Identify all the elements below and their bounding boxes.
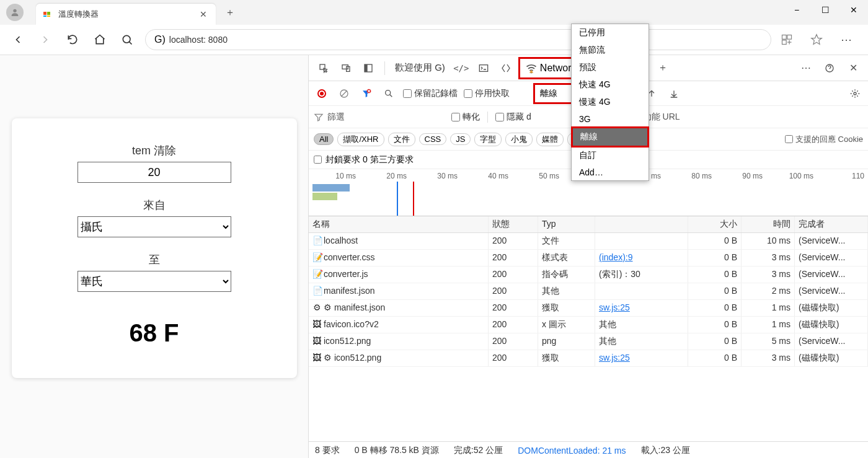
block-requests-checkbox[interactable] [314, 156, 322, 164]
from-label: 來自 [49, 198, 260, 213]
svg-rect-14 [479, 64, 487, 71]
search-button[interactable] [115, 28, 139, 51]
type-chip-CSS[interactable]: CSS [419, 133, 447, 145]
type-chip-All[interactable]: All [314, 133, 334, 145]
type-chip-字型[interactable]: 字型 [474, 133, 502, 146]
status-finish: 完成:52 公厘 [454, 445, 503, 456]
col-head-time[interactable]: 時間 [742, 216, 795, 232]
col-head-waterfall[interactable]: 完成者 [795, 216, 868, 232]
svg-point-0 [13, 9, 16, 12]
request-row[interactable]: 🖼favicon.ico?v2200x 圖示其他0 B1 ms(磁碟快取) [309, 317, 868, 333]
record-button[interactable] [314, 86, 330, 102]
svg-rect-1 [43, 12, 46, 15]
request-row[interactable]: 📝converter.css200樣式表(index):90 B3 ms(Ser… [309, 250, 868, 266]
network-status-bar: 8 要求 0 B 轉移 78.5 kB 資源 完成:52 公厘 DOMConte… [309, 441, 868, 458]
col-head-type[interactable]: Typ [538, 216, 595, 232]
throttle-option-已停用[interactable]: 已停用 [572, 24, 649, 42]
col-head-initiator[interactable] [595, 216, 688, 232]
tem-label: tem 清除 [49, 143, 260, 158]
devtools-more-icon[interactable]: ⋯ [796, 58, 816, 78]
device-toggle-icon[interactable] [336, 58, 356, 78]
profile-avatar[interactable] [6, 4, 24, 21]
request-row[interactable]: ⚙⚙ manifest.json200獲取sw.js:250 B1 ms(磁碟快… [309, 300, 868, 317]
request-table: 名稱 狀態 Typ 大小 時間 完成者 📄localhost200文件0 B10… [309, 216, 868, 441]
clear-button[interactable] [336, 86, 352, 102]
menu-button[interactable]: ⋯ [835, 28, 858, 51]
tab-favicon [43, 9, 53, 19]
type-chip-文件[interactable]: 文件 [388, 133, 415, 146]
extensions-button[interactable] [775, 28, 799, 51]
status-transfer: 0 B 轉移 78.5 kB 資源 [355, 445, 439, 456]
response-cookie-label: 支援的回應 Cookie [795, 134, 863, 145]
invert-checkbox[interactable]: 轉化 [451, 112, 480, 123]
elements-tab-icon[interactable]: </> [451, 58, 471, 78]
window-minimize[interactable]: − [782, 0, 811, 20]
to-label: 至 [49, 252, 260, 267]
browser-tab[interactable]: 溫度轉換器 ✕ [36, 4, 216, 25]
svg-rect-8 [782, 40, 787, 45]
col-head-size[interactable]: 大小 [688, 216, 742, 232]
throttling-value: 離線 [540, 88, 557, 99]
home-button[interactable] [88, 28, 112, 51]
window-maximize[interactable]: ☐ [811, 0, 839, 20]
from-select[interactable]: 攝氏 [78, 216, 231, 237]
back-button[interactable] [6, 28, 30, 51]
response-cookie-checkbox[interactable] [785, 135, 793, 143]
devtools-help-icon[interactable] [820, 58, 839, 78]
svg-point-5 [123, 35, 130, 43]
forward-button[interactable] [33, 28, 57, 51]
search-network-button[interactable] [381, 86, 397, 102]
svg-rect-2 [47, 12, 50, 15]
throttle-option-3G[interactable]: 3G [572, 111, 649, 127]
svg-rect-13 [365, 64, 368, 72]
request-row[interactable]: 📝converter.js200指令碼(索引)：300 B3 ms(Servic… [309, 266, 868, 283]
status-dcl: DOMContentLoaded: 21 ms [518, 446, 626, 456]
network-settings-icon[interactable] [847, 86, 863, 102]
status-load: 載入:23 公厘 [641, 445, 690, 456]
throttling-dropdown: 已停用無節流預設快速 4G慢速 4G3G離線自訂Add… [571, 24, 649, 181]
export-har-icon[interactable] [666, 86, 682, 102]
type-chip-媒體[interactable]: 媒體 [536, 133, 564, 146]
more-tabs-button[interactable]: ＋ [653, 58, 673, 78]
inspect-element-icon[interactable] [314, 58, 334, 78]
favorites-button[interactable] [805, 28, 828, 51]
disable-cache-checkbox[interactable]: 停用快取 [464, 88, 510, 99]
throttle-option-無節流[interactable]: 無節流 [572, 42, 649, 59]
page-content: tem 清除 來自 攝氏 至 華氏 68 F [0, 55, 308, 458]
col-head-name[interactable]: 名稱 [309, 216, 489, 232]
sources-tab-icon[interactable] [496, 58, 516, 78]
request-row[interactable]: 📄localhost200文件0 B10 ms(ServiceW... [309, 233, 868, 250]
dock-icon[interactable] [358, 58, 378, 78]
new-tab-button[interactable]: ＋ [221, 3, 239, 22]
console-tab-icon[interactable] [474, 58, 494, 78]
status-requests: 8 要求 [315, 445, 340, 456]
request-row[interactable]: 🖼icon512.png200png其他0 B5 ms(ServiceW... [309, 333, 868, 350]
wifi-icon [525, 62, 538, 74]
tab-close-button[interactable]: ✕ [198, 9, 208, 19]
request-row[interactable]: 📄manifest.json200其他0 B2 ms(ServiceW... [309, 283, 868, 300]
address-bar[interactable]: G) localhost: 8080 [145, 29, 771, 50]
tab-title: 溫度轉換器 [58, 9, 198, 20]
throttle-option-離線[interactable]: 離線 [571, 126, 649, 148]
type-chip-小鬼[interactable]: 小鬼 [505, 133, 533, 146]
refresh-button[interactable] [61, 28, 84, 51]
filter-toggle-button[interactable] [358, 86, 374, 102]
col-head-status[interactable]: 狀態 [489, 216, 538, 232]
throttle-option-慢速 4G[interactable]: 慢速 4G [572, 94, 649, 111]
throttle-option-預設[interactable]: 預設 [572, 59, 649, 76]
type-chip-擷取/XHR[interactable]: 擷取/XHR [337, 133, 384, 146]
request-row[interactable]: 🖼⚙ icon512.png200獲取sw.js:250 B3 ms(磁碟快取) [309, 350, 868, 367]
preserve-log-checkbox[interactable]: 保留記錄檔 [403, 88, 458, 99]
to-select[interactable]: 華氏 [78, 271, 231, 292]
welcome-tab[interactable]: 歡迎使用 G) [391, 62, 449, 74]
devtools-close-icon[interactable]: ✕ [843, 58, 863, 78]
svg-rect-7 [787, 35, 792, 40]
throttle-option-快速 4G[interactable]: 快速 4G [572, 76, 649, 94]
window-close[interactable]: ✕ [839, 0, 868, 20]
throttle-option-自訂[interactable]: 自訂 [572, 147, 649, 164]
filter-input[interactable]: 篩選 [314, 112, 444, 123]
temperature-input[interactable] [78, 162, 231, 183]
throttle-option-Add…[interactable]: Add… [572, 164, 649, 180]
hide-data-checkbox[interactable]: 隱藏 d [495, 112, 531, 123]
type-chip-JS[interactable]: JS [450, 133, 471, 145]
